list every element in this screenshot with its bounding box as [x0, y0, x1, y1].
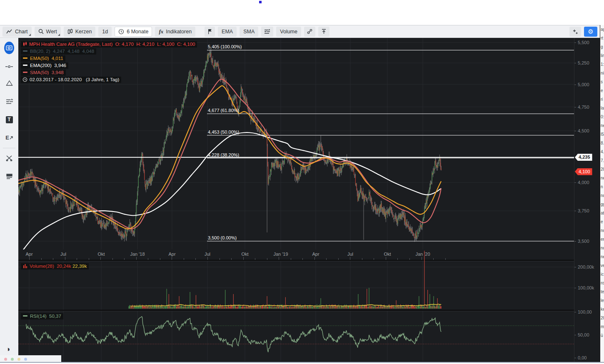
background-text-fragment: 0:5: [600, 112, 604, 121]
palette-color-dot[interactable]: [11, 358, 14, 361]
palette-color-dot[interactable]: [24, 358, 27, 361]
flag-icon: [207, 29, 212, 34]
volume-quick-button[interactable]: Volume: [276, 27, 301, 37]
rsi-legend-row[interactable]: RSI(14) 50,37: [21, 313, 63, 319]
volume-legend-row[interactable]: Volume(28) 20,24k 22,39k: [21, 263, 89, 269]
layout-templates-button[interactable]: [4, 172, 14, 182]
volume-bars-icon: [22, 264, 30, 269]
date-range-row[interactable]: 02.03.2017 - 18.02.2020 (3 Jahre, 1 Tag): [21, 77, 121, 83]
ema200-legend-row[interactable]: EMA(200) 3,946: [21, 62, 68, 69]
layout-list-icon: [6, 173, 12, 180]
clock-icon: [22, 77, 30, 82]
background-text-fragment: no: [600, 226, 604, 235]
sma50-legend-row[interactable]: SMA(50) 3,948: [21, 70, 66, 76]
main-chart-legend: MPH Health Care AG (Tradegate, Last) O: …: [21, 41, 197, 84]
candlestick-icon: [67, 29, 73, 35]
sma-quick-button[interactable]: SMA: [240, 27, 258, 37]
text-tool-button[interactable]: T: [4, 115, 14, 125]
ema50-text: EMA(50) 4,011: [30, 56, 63, 61]
ema50-legend-row[interactable]: EMA(50) 4,011: [21, 55, 65, 62]
date-axis-label: Jan '19: [273, 252, 288, 257]
date-range-text: 02.03.2017 - 18.02.2020 (3 Jahre, 1 Tag): [30, 77, 119, 82]
axis-tick: [574, 211, 576, 211]
date-axis-label: Jul: [60, 252, 66, 257]
sma50-text: SMA(50) 3,948: [30, 70, 64, 75]
ema-label: EMA: [222, 29, 233, 35]
price-axis[interactable]: 5,5005,2505,0004,7504,5004,0003,7503,500…: [574, 38, 600, 363]
background-page-strip: agrtglin1:0nise Nrila0:5nel58.4.7.20nenn…: [600, 25, 604, 363]
axis-tick: [574, 182, 576, 183]
candles-legend-icon: [22, 42, 29, 47]
background-text-fragment: ne: [600, 252, 604, 261]
interval-label: 1d: [102, 29, 108, 35]
save-upload-button[interactable]: [318, 27, 329, 37]
background-text-fragment: nd: [600, 191, 604, 200]
instrument-ohlc-text: MPH Health Care AG (Tradegate, Last) O: …: [29, 42, 195, 47]
axis-label: 5,250: [578, 60, 589, 65]
rsi-swatch-icon: [23, 315, 27, 317]
volume-pane-canvas[interactable]: [18, 261, 574, 310]
month-tick: [207, 257, 208, 260]
month-tick: [386, 257, 386, 260]
palette-color-dot[interactable]: [4, 358, 7, 361]
compare-settings-button[interactable]: [261, 27, 273, 37]
background-text-fragment: ic: [600, 270, 604, 279]
background-text-fragment: rt: [600, 34, 604, 42]
background-text-fragment: ke: [600, 305, 604, 314]
candle-style-button[interactable]: Kerzen: [64, 27, 96, 37]
contrast-icon: ◑: [6, 345, 10, 353]
share-link-button[interactable]: [304, 27, 315, 37]
background-text-fragment: le: [600, 296, 604, 305]
bookmark-flag-button[interactable]: [205, 27, 215, 37]
axis-tick: [574, 335, 576, 335]
date-axis-label: Okt: [241, 252, 248, 257]
background-text-fragment: 1:0: [600, 60, 604, 69]
date-axis-label: Okt: [97, 252, 105, 257]
ema-quick-button[interactable]: EMA: [218, 27, 237, 37]
axis-label: 4,000: [578, 180, 589, 185]
remove-drawings-button[interactable]: [4, 154, 14, 164]
background-text-fragment: gg: [600, 200, 604, 209]
interval-button[interactable]: 1d: [98, 27, 112, 37]
month-tick: [65, 257, 65, 260]
background-text-fragment: er: [600, 235, 604, 244]
axis-tick: [574, 42, 576, 43]
event-export-button[interactable]: E: [4, 132, 14, 142]
date-axis-label: Apr: [312, 252, 319, 257]
background-text-fragment: ag: [600, 25, 604, 34]
trendline-tool-button[interactable]: [4, 61, 14, 71]
background-text-fragment: g: [600, 42, 604, 51]
bb-legend-row[interactable]: BB(20, 2) 4,247 4,148 4,048: [21, 48, 96, 55]
ema200-swatch-icon: [23, 65, 27, 66]
kerzen-label: Kerzen: [75, 29, 92, 35]
trendline-icon: [5, 62, 13, 70]
date-axis[interactable]: AprJulOktJan '18AprJulOktJan '19AprJulOk…: [18, 249, 574, 260]
background-text-fragment: e N: [600, 86, 604, 95]
axis-label: 5,500: [578, 40, 589, 45]
theme-contrast-toggle[interactable]: ◑: [6, 345, 10, 354]
month-tick: [279, 257, 279, 260]
background-text-fragment: ro: [600, 279, 604, 287]
shape-triangle-tool-button[interactable]: [4, 79, 14, 89]
palette-color-dot[interactable]: [17, 358, 20, 361]
magic-sparkle-button[interactable]: [569, 27, 581, 37]
time-range-button[interactable]: 6 Monate: [115, 27, 152, 37]
instrument-legend-row[interactable]: MPH Health Care AG (Tradegate, Last) O: …: [21, 41, 197, 47]
sparkle-icon: [572, 29, 578, 35]
chart-region: MPH Health Care AG (Tradegate, Last) O: …: [18, 38, 600, 363]
chart-type-button[interactable]: Chart: [2, 27, 32, 37]
pattern-tool-button[interactable]: [4, 97, 14, 107]
rsi-pane-canvas[interactable]: [18, 311, 574, 361]
snapshot-camera-button[interactable]: [4, 43, 14, 53]
ema200-text: EMA(200) 3,946: [30, 63, 66, 68]
rsi-text: RSI(14) 50,37: [30, 314, 61, 319]
indicators-button[interactable]: fx Indikatoren: [155, 27, 195, 37]
wert-search-button[interactable]: Wert: [35, 27, 61, 37]
background-text-fragment: 20: [600, 314, 604, 322]
gear-icon: ⚙: [588, 28, 593, 35]
sma-label: SMA: [243, 29, 255, 35]
axis-label: 0,00: [578, 355, 587, 360]
last-price-tag: 4,100: [575, 168, 592, 175]
settings-gear-button[interactable]: ⚙: [584, 27, 597, 37]
background-text-fragment: ri: [600, 95, 604, 104]
